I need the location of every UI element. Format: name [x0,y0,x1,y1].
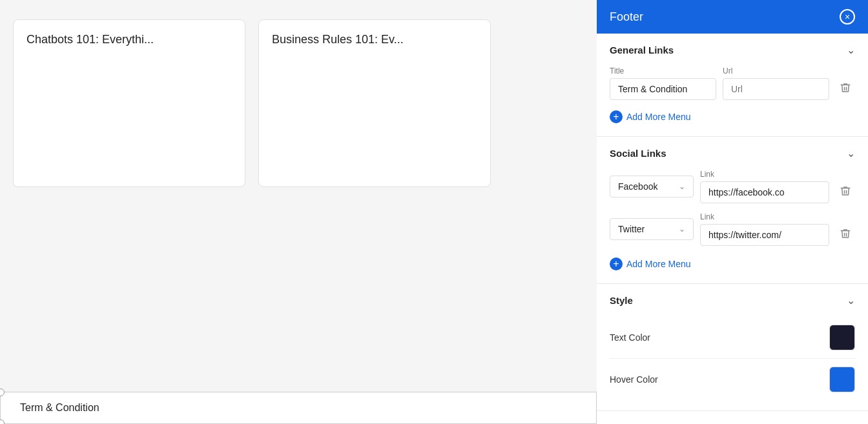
card-1-title: Chatbots 101: Everythi... [26,33,154,46]
delete-twitter-button[interactable] [836,224,855,243]
delete-facebook-button[interactable] [836,181,855,201]
facebook-row: Facebook ⌄ Link [610,170,855,203]
card-1: Chatbots 101: Everythi... [13,19,245,187]
main-content: Chatbots 101: Everythi... Business Rules… [0,0,597,424]
facebook-link-group: Link [700,170,829,203]
title-label: Title [610,66,716,76]
hover-color-swatch[interactable] [829,367,855,392]
add-plus-icon: + [610,110,623,123]
text-color-swatch[interactable] [829,325,855,350]
general-links-chevron: ⌄ [847,44,855,56]
trash-icon [840,82,851,94]
social-links-title: Social Links [610,148,666,159]
twitter-link-group: Link [700,212,829,246]
resize-handle-bottom[interactable] [0,419,5,424]
twitter-row: Twitter ⌄ Link [610,212,855,246]
style-chevron-icon: ⌄ [847,294,855,307]
add-more-general-label: Add More Menu [626,112,691,122]
right-panel: Footer × General Links ⌄ Title Url [597,0,868,424]
delete-general-link-button[interactable] [836,78,855,97]
title-input-group: Title [610,66,716,100]
title-input[interactable] [610,78,716,100]
text-color-row: Text Color [610,317,855,359]
style-section: Style ⌄ Text Color Hover Color [597,284,868,411]
facebook-select[interactable]: Facebook ⌄ [610,176,694,197]
general-link-row-0: Title Url [610,66,855,100]
twitter-link-label: Link [700,212,829,221]
twitter-chevron-icon: ⌄ [679,225,685,234]
facebook-link-input[interactable] [700,181,829,203]
social-links-header[interactable]: Social Links ⌄ [610,147,855,159]
twitter-select[interactable]: Twitter ⌄ [610,218,694,240]
social-links-section: Social Links ⌄ Facebook ⌄ Link [597,137,868,284]
panel-title: Footer [610,10,643,24]
facebook-chevron-icon: ⌄ [679,182,685,191]
card-2: Business Rules 101: Ev... [258,19,491,187]
style-header[interactable]: Style ⌄ [610,294,855,307]
general-links-title: General Links [610,45,674,56]
trash-icon [840,185,851,197]
url-input[interactable] [723,78,829,100]
footer-preview-text: Term & Condition [20,402,99,414]
footer-preview: Term & Condition [0,392,597,424]
url-label: Url [723,66,829,76]
general-links-header[interactable]: General Links ⌄ [610,44,855,56]
add-plus-social-icon: + [610,257,623,270]
style-title: Style [610,295,633,306]
twitter-link-input[interactable] [700,224,829,246]
trash-icon [840,228,851,239]
card-2-title: Business Rules 101: Ev... [272,33,404,46]
add-more-social-label: Add More Menu [626,259,691,269]
twitter-label: Twitter [618,224,645,234]
facebook-label: Facebook [618,181,657,192]
general-links-section: General Links ⌄ Title Url [597,34,868,137]
url-input-group: Url [723,66,829,100]
resize-handle-top[interactable] [0,389,5,396]
cards-row: Chatbots 101: Everythi... Business Rules… [13,13,584,194]
hover-color-row: Hover Color [610,359,855,400]
close-button[interactable]: × [840,9,855,25]
hover-color-label: Hover Color [610,374,658,385]
panel-header: Footer × [597,0,868,34]
panel-body: General Links ⌄ Title Url [597,34,868,424]
text-color-label: Text Color [610,332,650,343]
add-more-general-button[interactable]: + Add More Menu [610,108,691,126]
social-links-chevron: ⌄ [847,147,855,159]
facebook-link-label: Link [700,170,829,179]
add-more-social-button[interactable]: + Add More Menu [610,255,691,273]
